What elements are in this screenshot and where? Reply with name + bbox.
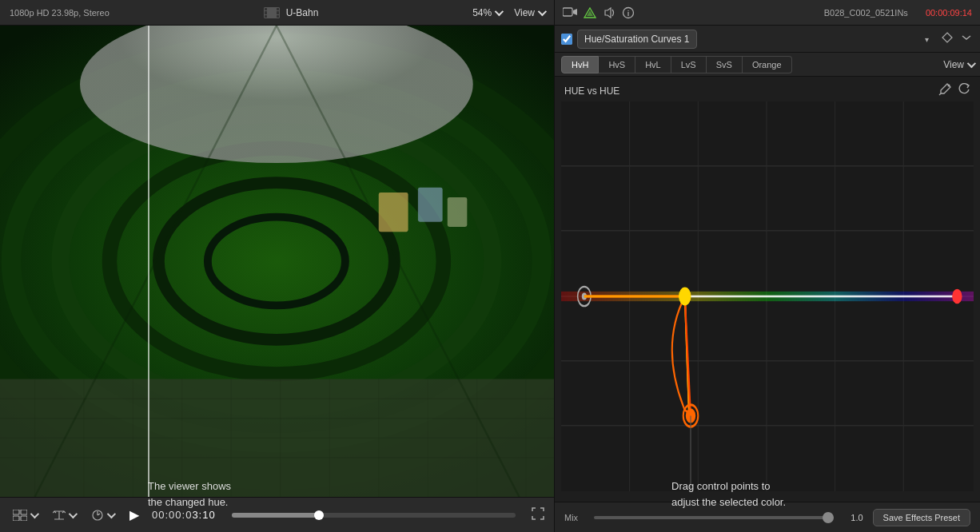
svg-rect-6 — [277, 15, 279, 18]
view-chevron-icon — [538, 6, 547, 15]
timecode-display: 00:00:03:10 — [152, 509, 216, 521]
play-button[interactable]: ▶ — [126, 506, 142, 524]
curve-container: HUE vs HUE — [555, 77, 980, 502]
svg-rect-38 — [13, 516, 19, 521]
zoom-value: 54% — [472, 7, 492, 18]
left-panel: 1080p HD 23.98p, Stereo U-Bahn 54% — [0, 0, 554, 532]
diamond-icon — [942, 32, 953, 43]
mix-section: Mix 1.0 Save Effects Preset — [555, 502, 980, 532]
curve-graph[interactable] — [561, 101, 974, 491]
player-controls: ▶ 00:00:03:10 — [0, 497, 554, 532]
svg-marker-46 — [942, 33, 952, 42]
mix-slider-wrapper — [594, 516, 834, 519]
fullscreen-icon — [532, 507, 544, 520]
svg-point-70 — [952, 289, 962, 304]
svg-rect-37 — [21, 510, 27, 514]
effect-options-button[interactable] — [940, 30, 954, 47]
layout-icon — [13, 510, 27, 521]
svg-rect-1 — [265, 8, 267, 10]
zoom-chevron-icon — [495, 6, 504, 15]
view-label: View — [514, 7, 535, 18]
eyedropper-icon — [938, 83, 951, 96]
video-scope-icon — [563, 7, 577, 18]
timecode-prefix: 00:00:0 — [152, 509, 192, 521]
layout-controls — [10, 508, 40, 522]
svg-rect-39 — [21, 516, 27, 521]
mix-value: 1.0 — [843, 513, 863, 522]
layout-chevron-icon — [30, 509, 39, 518]
info-icon: i — [622, 6, 635, 19]
viewer-topbar: 1080p HD 23.98p, Stereo U-Bahn 54% — [0, 0, 554, 26]
view-button[interactable]: View — [514, 7, 544, 18]
tab-lvs[interactable]: LvS — [671, 56, 707, 73]
curve-actions — [938, 83, 970, 98]
film-icon — [264, 7, 280, 18]
effect-dropdown-wrapper: Hue/Saturation Curves 1 — [577, 30, 935, 49]
effect-selector-row: Hue/Saturation Curves 1 — [555, 26, 980, 53]
svg-rect-5 — [277, 11, 279, 14]
scrubber[interactable] — [232, 513, 516, 518]
fullscreen-button[interactable] — [532, 507, 544, 522]
curve-view-chevron-icon — [967, 58, 976, 67]
info-button[interactable]: i — [622, 6, 635, 19]
timecode-main: 3:10 — [192, 509, 215, 521]
svg-rect-4 — [277, 8, 279, 10]
svg-rect-33 — [379, 193, 408, 232]
svg-rect-41 — [563, 8, 572, 16]
transform-chevron-icon — [69, 509, 78, 518]
tab-hvl[interactable]: HvL — [635, 56, 671, 73]
svg-point-47 — [948, 85, 950, 87]
tab-svs[interactable]: SvS — [707, 56, 743, 73]
eyedropper-button[interactable] — [938, 83, 951, 98]
effect-enable-checkbox[interactable] — [561, 34, 572, 45]
clip-id: B028_C002_0521INs — [824, 8, 908, 18]
audio-icon — [603, 7, 615, 18]
reset-curve-button[interactable] — [958, 83, 970, 98]
speed-button[interactable] — [88, 508, 117, 522]
color-button[interactable] — [584, 7, 596, 18]
right-topbar: i B028_C002_0521INs 00:00:09:14 — [555, 0, 980, 26]
svg-rect-3 — [265, 15, 267, 18]
tunnel-background — [0, 26, 554, 497]
audio-button[interactable] — [603, 7, 615, 18]
curve-title: HUE vs HUE — [564, 85, 619, 97]
svg-rect-36 — [13, 510, 19, 514]
curve-view-button[interactable]: View — [943, 59, 974, 70]
video-viewer — [0, 26, 554, 497]
speed-controls — [88, 508, 117, 522]
scrubber-fill — [232, 513, 317, 518]
clip-name: U-Bahn — [286, 7, 319, 18]
tab-orange[interactable]: Orange — [743, 56, 792, 73]
topbar-center: U-Bahn — [264, 7, 319, 18]
reset-icon — [958, 83, 970, 96]
hue-tabs: HvH HvS HvL LvS SvS Orange View — [555, 53, 980, 77]
expand-icon — [961, 32, 972, 43]
save-preset-button[interactable]: Save Effects Preset — [873, 509, 970, 526]
speed-icon — [91, 510, 104, 521]
video-scope-button[interactable] — [563, 7, 577, 18]
transform-button[interactable] — [50, 508, 78, 522]
svg-text:i: i — [627, 10, 630, 18]
zoom-level[interactable]: 54% — [472, 7, 501, 18]
transform-controls — [50, 508, 78, 522]
tab-hvs[interactable]: HvS — [599, 56, 635, 73]
play-icon: ▶ — [129, 507, 139, 522]
right-panel: i B028_C002_0521INs 00:00:09:14 Hue/Satu… — [554, 0, 980, 532]
color-icon — [584, 7, 596, 18]
speed-chevron-icon — [107, 509, 116, 518]
curve-title-row: HUE vs HUE — [561, 83, 974, 98]
transform-icon — [53, 510, 66, 521]
layout-button[interactable] — [10, 508, 40, 522]
svg-point-66 — [679, 288, 691, 304]
svg-rect-34 — [418, 188, 443, 222]
effect-dropdown[interactable]: Hue/Saturation Curves 1 — [577, 30, 697, 49]
right-topbar-icons: i — [563, 6, 635, 19]
playhead-line — [148, 26, 149, 497]
scrubber-thumb — [314, 510, 324, 520]
svg-rect-35 — [448, 197, 468, 227]
svg-rect-2 — [265, 11, 267, 14]
effect-expand-button[interactable] — [959, 30, 974, 47]
format-info: 1080p HD 23.98p, Stereo — [10, 8, 110, 18]
mix-slider[interactable] — [594, 516, 834, 519]
tab-hvh[interactable]: HvH — [561, 56, 599, 73]
